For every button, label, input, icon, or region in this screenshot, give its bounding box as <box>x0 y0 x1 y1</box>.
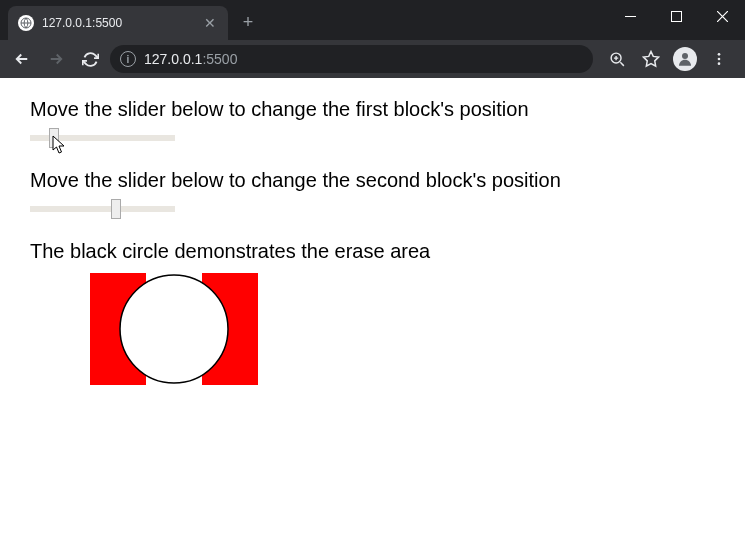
svg-rect-2 <box>671 11 681 21</box>
url-host: 127.0.0.1 <box>144 51 202 67</box>
close-tab-icon[interactable]: ✕ <box>202 15 218 31</box>
svg-point-4 <box>682 53 688 59</box>
slider-1-row <box>30 127 715 149</box>
slider-2[interactable] <box>30 206 175 212</box>
menu-icon[interactable] <box>707 47 731 71</box>
slider-2-label: Move the slider below to change the seco… <box>30 169 715 192</box>
erase-area-label: The black circle demonstrates the erase … <box>30 240 715 263</box>
maximize-button[interactable] <box>653 0 699 32</box>
svg-point-7 <box>718 62 721 65</box>
window-controls <box>607 0 745 32</box>
slider-1[interactable] <box>30 135 175 141</box>
profile-avatar[interactable] <box>673 47 697 71</box>
address-bar[interactable]: i 127.0.0.1:5500 <box>110 45 593 73</box>
back-button[interactable] <box>8 45 36 73</box>
svg-point-6 <box>718 58 721 61</box>
tab-title: 127.0.0.1:5500 <box>42 16 194 30</box>
page-content: Move the slider below to change the firs… <box>0 78 745 409</box>
reload-button[interactable] <box>76 45 104 73</box>
titlebar: 127.0.0.1:5500 ✕ + <box>0 0 745 40</box>
zoom-icon[interactable] <box>605 47 629 71</box>
svg-point-5 <box>718 53 721 56</box>
site-info-icon[interactable]: i <box>120 51 136 67</box>
new-tab-button[interactable]: + <box>234 8 262 36</box>
demo-canvas <box>90 273 258 385</box>
slider-1-label: Move the slider below to change the firs… <box>30 98 715 121</box>
url-text: 127.0.0.1:5500 <box>144 51 237 67</box>
svg-rect-1 <box>625 16 636 17</box>
browser-chrome: 127.0.0.1:5500 ✕ + i 12 <box>0 0 745 78</box>
minimize-button[interactable] <box>607 0 653 32</box>
slider-2-row <box>30 198 715 220</box>
canvas-demo <box>90 273 715 389</box>
close-window-button[interactable] <box>699 0 745 32</box>
url-port: :5500 <box>202 51 237 67</box>
globe-icon <box>18 15 34 31</box>
browser-tab[interactable]: 127.0.0.1:5500 ✕ <box>8 6 228 40</box>
svg-point-10 <box>120 275 228 383</box>
bookmark-icon[interactable] <box>639 47 663 71</box>
forward-button[interactable] <box>42 45 70 73</box>
toolbar-right <box>599 47 737 71</box>
browser-toolbar: i 127.0.0.1:5500 <box>0 40 745 78</box>
